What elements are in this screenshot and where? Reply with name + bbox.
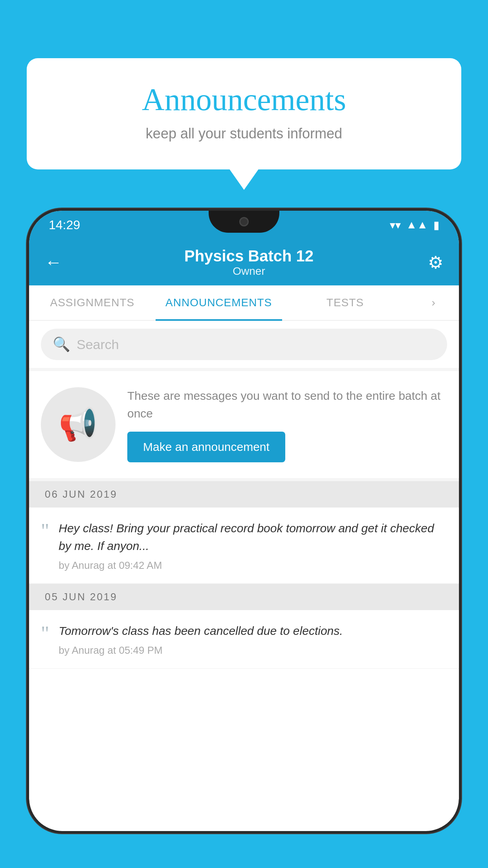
search-container: 🔍 Search [29,321,459,368]
announcement-text-2: Tomorrow's class has been cancelled due … [59,622,447,640]
quote-icon-2: " [41,623,49,644]
battery-icon: ▮ [433,219,439,232]
date-separator-2: 05 JUN 2019 [29,584,459,610]
status-bar-time: 14:29 [49,218,80,232]
announcement-icon-circle: 📢 [41,387,116,462]
phone: 14:29 ▾▾ ▲▲ ▮ ← Physics Batch 12 Owner ⚙… [27,208,461,833]
app-bar-subtitle: Owner [70,265,428,278]
back-button[interactable]: ← [45,252,62,272]
announcement-item-1[interactable]: " Hey class! Bring your practical record… [29,508,459,584]
content-area: 🔍 Search 📢 These are messages you want t… [29,321,459,669]
search-icon: 🔍 [53,336,70,353]
announcement-content-1: Hey class! Bring your practical record b… [59,519,447,572]
announcement-content-2: Tomorrow's class has been cancelled due … [59,622,447,657]
announcement-prompt-card: 📢 These are messages you want to send to… [29,371,459,478]
tab-more[interactable]: › [408,285,459,320]
phone-screen: 14:29 ▾▾ ▲▲ ▮ ← Physics Batch 12 Owner ⚙… [29,211,459,831]
speech-bubble-subtitle: keep all your students informed [58,125,430,142]
tab-bar: ASSIGNMENTS ANNOUNCEMENTS TESTS › [29,285,459,321]
status-bar: 14:29 ▾▾ ▲▲ ▮ [29,211,459,239]
search-placeholder: Search [77,337,119,352]
date-separator-1: 06 JUN 2019 [29,481,459,508]
announcement-description: These are messages you want to send to t… [127,387,447,422]
app-bar-title-container: Physics Batch 12 Owner [70,247,428,278]
phone-container: 14:29 ▾▾ ▲▲ ▮ ← Physics Batch 12 Owner ⚙… [27,208,461,868]
speech-bubble-title: Announcements [58,82,430,118]
notch [209,211,279,233]
megaphone-icon: 📢 [59,406,98,443]
wifi-icon: ▾▾ [390,219,401,232]
announcement-meta-1: by Anurag at 09:42 AM [59,559,447,572]
settings-icon[interactable]: ⚙ [428,252,443,272]
app-bar-title: Physics Batch 12 [70,247,428,265]
status-bar-icons: ▾▾ ▲▲ ▮ [390,219,439,232]
announcement-prompt-right: These are messages you want to send to t… [127,387,447,462]
announcement-meta-2: by Anurag at 05:49 PM [59,644,447,657]
announcement-text-1: Hey class! Bring your practical record b… [59,519,447,555]
date-label-2: 05 JUN 2019 [45,591,117,603]
tab-announcements[interactable]: ANNOUNCEMENTS [156,285,282,320]
make-announcement-button[interactable]: Make an announcement [127,432,285,462]
notch-camera [239,217,249,226]
quote-icon-1: " [41,521,49,541]
signal-icon: ▲▲ [406,219,428,231]
date-label-1: 06 JUN 2019 [45,488,117,500]
announcement-item-2[interactable]: " Tomorrow's class has been cancelled du… [29,610,459,669]
search-bar[interactable]: 🔍 Search [41,329,447,360]
speech-bubble-container: Announcements keep all your students inf… [27,58,461,169]
tab-assignments[interactable]: ASSIGNMENTS [29,285,156,320]
tab-tests[interactable]: TESTS [282,285,409,320]
speech-bubble: Announcements keep all your students inf… [27,58,461,169]
app-bar: ← Physics Batch 12 Owner ⚙ [29,239,459,285]
